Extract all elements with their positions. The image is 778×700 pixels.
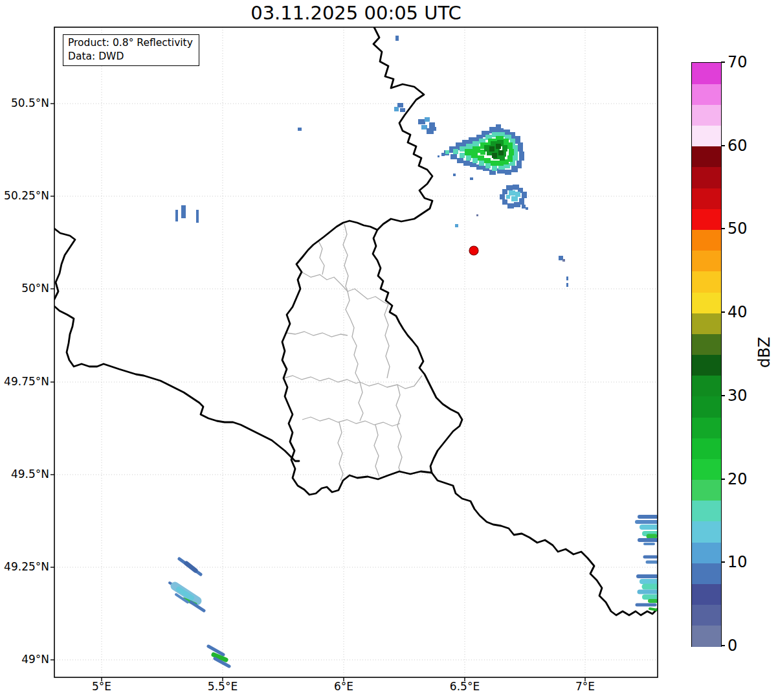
lat-tick-label: 49°N xyxy=(0,653,49,667)
colorbar-segment xyxy=(692,626,721,647)
colorbar-tick-label: 20 xyxy=(728,469,748,490)
lon-tick-label: 6°E xyxy=(315,680,373,693)
colorbar-segment xyxy=(692,563,721,584)
colorbar-tick-mark xyxy=(721,145,725,146)
colorbar-unit-label: dBZ xyxy=(755,323,773,381)
lon-tick-label: 5°E xyxy=(72,680,131,693)
colorbar-segment xyxy=(692,521,721,543)
colorbar-segment xyxy=(692,605,721,626)
lat-tick-label: 50.5°N xyxy=(0,96,49,111)
grid-lines xyxy=(54,27,658,677)
colorbar-segment xyxy=(692,355,721,376)
colorbar-segment xyxy=(692,229,721,251)
radar-site-marker xyxy=(469,246,478,255)
colorbar-tick-mark xyxy=(721,62,725,63)
border-france-belgium xyxy=(54,229,299,461)
colorbar-segment xyxy=(692,126,721,147)
colorbar-segment xyxy=(692,209,721,230)
colorbar-tick-label: 0 xyxy=(728,635,737,656)
dbz-colorbar xyxy=(691,62,722,647)
colorbar-tick-label: 70 xyxy=(728,52,748,73)
colorbar-segment xyxy=(692,104,721,126)
country-borders xyxy=(54,27,658,615)
district-borders xyxy=(283,224,422,480)
radar-echoes xyxy=(175,36,568,287)
radar-echo-streaks xyxy=(170,517,658,666)
colorbar-segment xyxy=(692,501,721,522)
colorbar-segment xyxy=(692,63,721,84)
colorbar-tick-mark xyxy=(721,395,725,396)
lon-tick-label: 6.5°E xyxy=(436,680,494,693)
colorbar-tick-label: 40 xyxy=(728,302,748,322)
colorbar-segment xyxy=(692,458,721,480)
colorbar-tick-mark xyxy=(721,561,725,563)
colorbar-segment xyxy=(692,188,721,209)
data-source-label: Data: DWD xyxy=(68,50,193,63)
lon-tick-label: 7°E xyxy=(556,680,614,693)
colorbar-segment xyxy=(692,146,721,168)
colorbar-tick-label: 50 xyxy=(728,218,748,239)
colorbar-tick-label: 30 xyxy=(728,385,748,406)
plot-frame xyxy=(54,27,658,677)
colorbar-segment xyxy=(692,292,721,313)
colorbar-tick-label: 60 xyxy=(728,135,748,156)
colorbar-segment xyxy=(692,583,721,605)
colorbar-segment xyxy=(692,313,721,334)
product-label: Product: 0.8° Reflectivity xyxy=(68,36,193,50)
colorbar-segment xyxy=(692,84,721,105)
colorbar-segment xyxy=(692,333,721,355)
lat-tick-label: 50°N xyxy=(0,282,49,296)
colorbar-segment xyxy=(692,480,721,501)
border-france-germany xyxy=(432,473,658,615)
colorbar-segment xyxy=(692,251,721,272)
colorbar-tick-mark xyxy=(721,479,725,480)
lon-tick-label: 5.5°E xyxy=(194,680,252,693)
colorbar-tick-mark xyxy=(721,311,725,313)
lat-tick-label: 50.25°N xyxy=(0,189,49,203)
colorbar-tick-mark xyxy=(721,645,725,646)
radar-map-page: 03.11.2025 00:05 UTC xyxy=(0,0,778,700)
colorbar-segment xyxy=(692,376,721,397)
colorbar-segment xyxy=(692,438,721,459)
colorbar-segment xyxy=(692,271,721,293)
colorbar-tick-label: 10 xyxy=(728,552,748,572)
lat-tick-label: 49.75°N xyxy=(0,375,49,389)
border-luxembourg xyxy=(282,221,462,495)
colorbar-segment xyxy=(692,167,721,188)
lat-tick-label: 49.25°N xyxy=(0,560,49,574)
colorbar-segment xyxy=(692,396,721,418)
product-info-box: Product: 0.8° Reflectivity Data: DWD xyxy=(63,34,199,66)
lat-tick-label: 49.5°N xyxy=(0,468,49,482)
colorbar-segment xyxy=(692,417,721,438)
colorbar-segment xyxy=(692,542,721,563)
radar-map-canvas xyxy=(0,0,778,700)
colorbar-tick-mark xyxy=(721,228,725,229)
